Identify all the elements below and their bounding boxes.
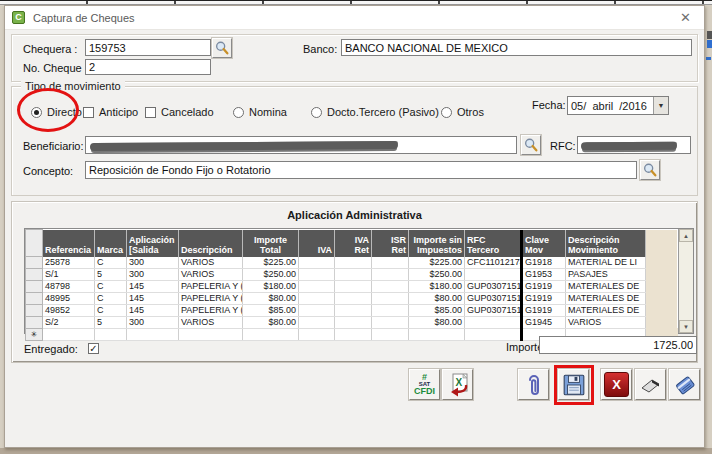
radio-nomina[interactable] (233, 107, 244, 118)
grid-cell[interactable] (179, 328, 243, 340)
column-header[interactable]: RFC Tercero (465, 230, 522, 257)
grid-cell[interactable] (372, 292, 409, 304)
beneficiario-input[interactable] (85, 136, 517, 154)
grid-cell[interactable] (43, 328, 95, 340)
grid-cell[interactable]: VARIOS (179, 257, 243, 269)
radio-otros[interactable] (441, 107, 452, 118)
grid-cell[interactable]: G1919 (522, 280, 566, 292)
grid-cell[interactable]: GUP03071511 (465, 304, 522, 316)
grid-cell[interactable]: 49852 (43, 304, 95, 316)
cfdi-button[interactable]: # SAT CFDI (409, 369, 440, 400)
grid-cell[interactable]: CFC11012174 (465, 257, 522, 269)
grid-cell[interactable] (335, 292, 372, 304)
grid-cell[interactable]: $80.00 (409, 292, 465, 304)
chequera-input[interactable] (85, 39, 211, 56)
radio-directo[interactable] (31, 107, 42, 118)
checkbox-cancelado[interactable] (145, 107, 156, 118)
grid-cell[interactable]: G1919 (522, 304, 566, 316)
erase-button[interactable] (635, 369, 666, 400)
grid-cell[interactable]: 145 (127, 280, 179, 292)
excel-export-button[interactable]: X (442, 369, 473, 400)
grid-cell[interactable] (465, 268, 522, 280)
grid-cell[interactable] (372, 280, 409, 292)
checkbox-anticipo[interactable] (83, 107, 94, 118)
close-icon[interactable]: ✕ (680, 10, 691, 25)
grid-cell[interactable] (335, 257, 372, 269)
grid-cell[interactable]: S/2 (43, 316, 95, 328)
row-selector[interactable] (26, 280, 43, 292)
grid-cell[interactable]: $180.00 (243, 280, 299, 292)
grid-cell[interactable] (299, 268, 335, 280)
new-row-selector[interactable]: ✳ (26, 328, 43, 340)
grid-cell[interactable]: $80.00 (243, 316, 299, 328)
grid-cell[interactable]: 48798 (43, 280, 95, 292)
grid-cell[interactable] (335, 304, 372, 316)
grid-cell[interactable] (465, 316, 522, 328)
grid-cell[interactable] (335, 280, 372, 292)
grid-cell[interactable]: GUP03071511 (465, 292, 522, 304)
grid-cell[interactable] (372, 304, 409, 316)
grid-cell[interactable] (372, 316, 409, 328)
grid-cell[interactable]: 5 (95, 316, 127, 328)
grid-cell[interactable]: PAPELERIA Y ( (179, 280, 243, 292)
grid-cell[interactable]: PASAJES (566, 268, 646, 280)
grid-cell[interactable]: VARIOS (566, 316, 646, 328)
column-header[interactable]: Marca (95, 230, 127, 257)
row-selector[interactable] (26, 304, 43, 316)
grid-cell[interactable]: G1945 (522, 316, 566, 328)
grid-cell[interactable]: 145 (127, 292, 179, 304)
grid-cell[interactable]: G1918 (522, 257, 566, 269)
grid-cell[interactable] (299, 316, 335, 328)
grid-cell[interactable]: PAPELERIA Y ( (179, 292, 243, 304)
no-cheque-input[interactable] (85, 59, 211, 75)
scroll-down-icon[interactable]: ▼ (679, 320, 693, 333)
grid-cell[interactable] (299, 328, 335, 340)
grid-cell[interactable]: 5 (95, 268, 127, 280)
grid-cell[interactable] (95, 328, 127, 340)
row-selector[interactable] (26, 257, 43, 269)
grid-cell[interactable]: 145 (127, 304, 179, 316)
grid-cell[interactable]: $85.00 (409, 304, 465, 316)
rfc-input[interactable] (577, 136, 691, 154)
grid-cell[interactable]: MATERIAL DE LI (566, 257, 646, 269)
column-header[interactable]: Descripción Movimiento (566, 230, 646, 257)
grid-cell[interactable] (335, 316, 372, 328)
grid-cell[interactable]: C (95, 292, 127, 304)
column-header[interactable]: IVA (299, 230, 335, 257)
grid-cell[interactable] (127, 328, 179, 340)
concepto-input[interactable] (85, 161, 637, 179)
grid-cell[interactable] (335, 328, 372, 340)
column-header[interactable]: Aplicación [Salida (127, 230, 179, 257)
grid-cell[interactable]: C (95, 304, 127, 316)
grid-cell[interactable] (299, 257, 335, 269)
grid-cell[interactable] (335, 268, 372, 280)
column-header[interactable]: Clave Mov (522, 230, 566, 257)
grid-cell[interactable]: MATERIALES DE (566, 292, 646, 304)
grid-cell[interactable]: S/1 (43, 268, 95, 280)
grid-cell[interactable] (372, 268, 409, 280)
grid-cell[interactable]: $250.00 (243, 268, 299, 280)
grid-cell[interactable]: MATERIALES DE (566, 304, 646, 316)
grid-cell[interactable]: 48995 (43, 292, 95, 304)
grid-cell[interactable]: C (95, 280, 127, 292)
entregado-checkbox[interactable]: ✓ (88, 343, 99, 354)
grid-cell[interactable]: $225.00 (409, 257, 465, 269)
vertical-scrollbar[interactable]: ▲ ▼ (678, 229, 693, 333)
grid-cell[interactable] (409, 328, 465, 340)
grid-cell[interactable]: $180.00 (409, 280, 465, 292)
delete-button[interactable]: X (601, 369, 632, 400)
grid-cell[interactable] (299, 280, 335, 292)
column-header[interactable]: Descripción (179, 230, 243, 257)
grid-cell[interactable]: PAPELERIA Y ( (179, 304, 243, 316)
grid-cell[interactable] (372, 257, 409, 269)
grid-cell[interactable] (243, 328, 299, 340)
banco-input[interactable] (341, 39, 692, 56)
grid-cell[interactable]: $80.00 (243, 292, 299, 304)
row-selector[interactable] (26, 292, 43, 304)
column-header[interactable]: IVA Ret (335, 230, 372, 257)
fecha-combobox[interactable]: 05/ abril /2016 ▼ (567, 96, 669, 115)
column-header[interactable]: Referencia (43, 230, 95, 257)
notes-button[interactable] (669, 369, 700, 400)
concepto-search-button[interactable] (640, 160, 660, 180)
row-selector[interactable] (26, 316, 43, 328)
